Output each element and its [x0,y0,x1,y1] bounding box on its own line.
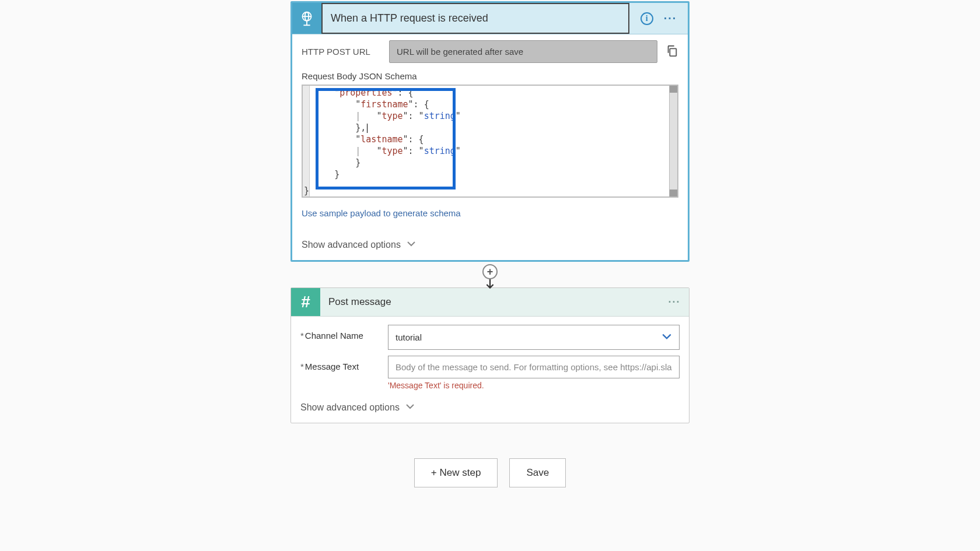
url-field: URL will be generated after save [389,40,657,63]
chevron-down-icon [405,402,415,413]
trigger-header[interactable]: When a HTTP request is received i ··· [292,3,688,34]
slack-icon: # [291,288,320,316]
slack-header[interactable]: # Post message ··· [291,288,689,317]
message-label: *Message Text [300,356,388,371]
svg-rect-5 [670,48,676,56]
chevron-down-icon [662,331,672,343]
trigger-title: When a HTTP request is received [321,3,629,34]
slack-title: Post message [320,288,660,316]
json-schema-editor[interactable]: "properties": { "firstname": { | "type":… [302,85,678,198]
schema-label: Request Body JSON Schema [302,71,678,81]
show-advanced-slack[interactable]: Show advanced options [300,402,680,413]
message-text-input[interactable] [388,356,680,378]
schema-code[interactable]: "properties": { "firstname": { | "type":… [310,86,669,196]
http-trigger-card: When a HTTP request is received i ··· HT… [290,1,690,262]
chevron-down-icon [407,239,416,251]
post-message-card: # Post message ··· *Channel Name tutoria… [290,287,690,423]
message-error: 'Message Text' is required. [388,381,680,390]
add-step-icon[interactable]: + [482,264,498,279]
http-icon [292,3,321,34]
channel-select[interactable]: tutorial [388,325,680,350]
copy-url-icon[interactable] [666,44,678,59]
show-advanced-trigger[interactable]: Show advanced options [302,239,678,251]
trigger-menu-icon[interactable]: ··· [664,12,677,25]
channel-label: *Channel Name [300,325,388,341]
schema-scrollbar[interactable] [669,86,677,196]
slack-menu-icon[interactable]: ··· [660,288,689,316]
url-label: HTTP POST URL [302,47,389,57]
connector: + [290,262,690,287]
save-button[interactable]: Save [509,458,566,487]
arrow-down-icon [485,279,495,292]
new-step-button[interactable]: + New step [414,458,498,487]
info-icon[interactable]: i [640,12,653,25]
use-sample-payload-link[interactable]: Use sample payload to generate schema [302,208,678,218]
channel-value: tutorial [396,332,422,342]
